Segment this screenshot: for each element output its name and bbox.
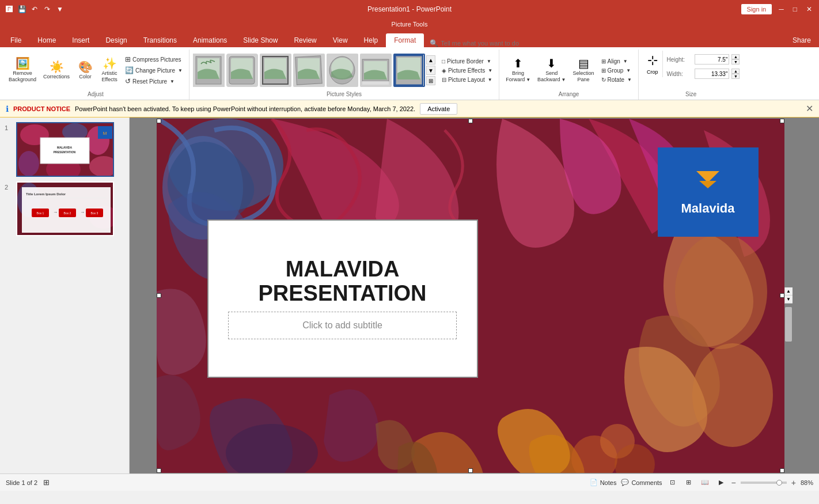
color-button[interactable]: 🎨 Color bbox=[74, 59, 97, 82]
remove-background-button[interactable]: 🖼️ RemoveBackground bbox=[6, 56, 39, 85]
pic-style-3[interactable] bbox=[260, 54, 291, 87]
artistic-effects-icon: ✨ bbox=[103, 58, 117, 69]
zoom-out-button[interactable]: − bbox=[731, 478, 736, 487]
picture-border-button[interactable]: □ Picture Border ▼ bbox=[439, 57, 495, 66]
selection-pane-icon: ▤ bbox=[578, 58, 589, 69]
redo-icon[interactable]: ↷ bbox=[43, 5, 52, 14]
bring-forward-button[interactable]: ⬆ BringForward▼ bbox=[503, 56, 533, 85]
width-input-group: Width: ▲ ▼ bbox=[666, 69, 740, 79]
gallery-more-button[interactable]: ⊞ bbox=[426, 76, 435, 85]
crop-button[interactable]: ⊹ Crop bbox=[642, 51, 663, 77]
selection-pane-button[interactable]: ▤ SelectionPane bbox=[570, 56, 597, 85]
slide-sorter-button[interactable]: ⊞ bbox=[683, 477, 695, 488]
minimize-button[interactable]: ─ bbox=[776, 4, 786, 14]
malavida-icon bbox=[693, 168, 722, 196]
width-up-button[interactable]: ▲ bbox=[731, 69, 740, 74]
height-up-button[interactable]: ▲ bbox=[731, 54, 740, 59]
activate-button[interactable]: Activate bbox=[420, 103, 457, 115]
slide-title: MALAVIDA PRESENTATION bbox=[208, 257, 477, 306]
canvas-area[interactable]: MALAVIDA PRESENTATION Click to add subti… bbox=[130, 118, 819, 473]
picture-layout-button[interactable]: ⊟ Picture Layout ▼ bbox=[439, 75, 495, 84]
maximize-button[interactable]: □ bbox=[791, 4, 799, 14]
remove-bg-icon: 🖼️ bbox=[16, 58, 30, 69]
slide-thumb-1[interactable]: 1 MALAVIDA bbox=[5, 122, 124, 177]
selection-handle-br[interactable] bbox=[780, 468, 784, 473]
selection-handle-mr[interactable] bbox=[780, 293, 784, 298]
gallery-up-button[interactable]: ▲ bbox=[426, 55, 435, 65]
tab-file[interactable]: File bbox=[2, 33, 29, 47]
normal-view-button[interactable]: ⊡ bbox=[667, 477, 678, 488]
reset-picture-button[interactable]: ↺ Reset Picture ▼ bbox=[122, 76, 185, 86]
selection-handle-tr[interactable] bbox=[780, 119, 784, 123]
scroll-up-button[interactable]: ▲ bbox=[785, 287, 793, 295]
tab-view[interactable]: View bbox=[325, 33, 356, 47]
artistic-effects-button[interactable]: ✨ ArtisticEffects bbox=[98, 56, 121, 85]
share-button[interactable]: Share bbox=[787, 33, 817, 47]
pic-style-6[interactable] bbox=[360, 54, 392, 87]
search-input[interactable] bbox=[441, 40, 556, 47]
zoom-slider[interactable] bbox=[741, 482, 787, 484]
selection-handle-tc[interactable] bbox=[468, 119, 473, 123]
slide-1-thumbnail[interactable]: MALAVIDA PRESENTATION M bbox=[16, 122, 114, 177]
title-bar-right: Sign in ─ □ ✕ bbox=[741, 4, 814, 14]
picture-effects-button[interactable]: ◈ Picture Effects ▼ bbox=[439, 66, 495, 75]
slide-2-thumbnail[interactable]: Title Lorem Ipsum Dolor Box 1 → Box 2 → … bbox=[16, 181, 114, 236]
tab-insert[interactable]: Insert bbox=[64, 33, 97, 47]
picture-layout-label: Picture Layout bbox=[448, 77, 485, 83]
selection-handle-tl[interactable] bbox=[157, 119, 161, 123]
tab-help[interactable]: Help bbox=[356, 33, 386, 47]
pic-style-7[interactable] bbox=[393, 54, 425, 87]
align-button[interactable]: ⊞ Align ▼ bbox=[598, 57, 635, 66]
slide-thumb-2[interactable]: 2 Title Lorem Ipsum Dolor Box 1 → bbox=[5, 181, 124, 236]
tab-review[interactable]: Review bbox=[286, 33, 324, 47]
ribbon-tabs: File Home Insert Design Transitions Anim… bbox=[0, 30, 819, 47]
group-button[interactable]: ⊞ Group ▼ bbox=[598, 66, 635, 75]
height-down-button[interactable]: ▼ bbox=[731, 59, 740, 65]
selection-handle-bc[interactable] bbox=[468, 468, 473, 473]
selection-handle-ml[interactable] bbox=[157, 293, 161, 298]
pic-style-2[interactable] bbox=[226, 54, 258, 87]
pic-style-1[interactable] bbox=[193, 54, 225, 87]
scroll-down-button[interactable]: ▼ bbox=[785, 295, 793, 304]
border-icon: □ bbox=[442, 58, 445, 65]
slide-content-box[interactable]: MALAVIDA PRESENTATION Click to add subti… bbox=[207, 219, 478, 378]
scroll-thumb[interactable] bbox=[785, 307, 792, 342]
selection-handle-bl[interactable] bbox=[157, 468, 161, 473]
tab-slideshow[interactable]: Slide Show bbox=[235, 33, 286, 47]
send-backward-button[interactable]: ⬇ SendBackward▼ bbox=[534, 56, 568, 85]
notes-button[interactable]: 📄 Notes bbox=[590, 479, 617, 486]
tab-format[interactable]: Format bbox=[386, 33, 424, 47]
gallery-down-button[interactable]: ▼ bbox=[426, 66, 435, 75]
width-down-button[interactable]: ▼ bbox=[731, 74, 740, 79]
pic-style-5[interactable] bbox=[327, 54, 358, 87]
notification-close-button[interactable]: ✕ bbox=[806, 103, 813, 114]
comments-button[interactable]: 💬 Comments bbox=[621, 479, 662, 486]
picture-tools-bar: Picture Tools bbox=[0, 18, 819, 30]
remove-bg-label: RemoveBackground bbox=[9, 70, 36, 83]
tab-design[interactable]: Design bbox=[97, 33, 135, 47]
sign-in-button[interactable]: Sign in bbox=[741, 4, 772, 14]
reading-view-button[interactable]: 📖 bbox=[699, 477, 711, 488]
picture-styles-group: ▲ ▼ ⊞ □ Picture Border ▼ ◈ Picture Effec… bbox=[189, 50, 499, 100]
slide-canvas[interactable]: MALAVIDA PRESENTATION Click to add subti… bbox=[157, 119, 784, 473]
zoom-in-button[interactable]: + bbox=[791, 478, 796, 487]
tab-home[interactable]: Home bbox=[29, 33, 64, 47]
slideshow-button[interactable]: ▶ bbox=[715, 477, 727, 488]
compress-pictures-button[interactable]: ⊞ Compress Pictures bbox=[122, 54, 185, 65]
title-bar: 🅿 💾 ↶ ↷ ▼ Presentation1 - PowerPoint Sig… bbox=[0, 0, 819, 18]
close-button[interactable]: ✕ bbox=[804, 4, 814, 14]
height-input-group: Height: ▲ ▼ bbox=[666, 54, 740, 65]
undo-icon[interactable]: ↶ bbox=[30, 5, 39, 14]
subtitle-placeholder[interactable]: Click to add subtitle bbox=[228, 312, 456, 339]
width-input[interactable] bbox=[695, 69, 729, 79]
customize-qat-icon[interactable]: ▼ bbox=[55, 5, 65, 14]
height-input[interactable] bbox=[695, 54, 729, 65]
tab-transitions[interactable]: Transitions bbox=[135, 33, 185, 47]
tab-animations[interactable]: Animations bbox=[185, 33, 235, 47]
change-picture-button[interactable]: 🔄 Change Picture ▼ bbox=[122, 65, 185, 75]
pic-style-4[interactable] bbox=[293, 54, 325, 87]
malavida-logo[interactable]: Malavida bbox=[658, 147, 759, 237]
corrections-button[interactable]: ☀️ Corrections bbox=[40, 59, 73, 82]
rotate-button[interactable]: ↻ Rotate ▼ bbox=[598, 75, 635, 84]
save-icon[interactable]: 💾 bbox=[17, 5, 26, 14]
